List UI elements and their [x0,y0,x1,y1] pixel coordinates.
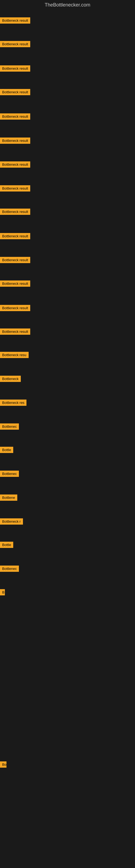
bottleneck-item-4: Bottleneck result [0,89,30,96]
bottleneck-item-24: Bottlenec [0,565,19,573]
bottleneck-item-21: Bottlene [0,495,17,502]
bottleneck-item-14: Bottleneck result [0,329,30,336]
bottleneck-badge-25[interactable]: B [0,589,5,595]
bottleneck-item-23: Bottle [0,542,13,549]
bottleneck-item-19: Bottle [0,447,13,454]
bottleneck-item-9: Bottleneck result [0,209,30,216]
bottleneck-badge-19[interactable]: Bottle [0,447,13,453]
bottleneck-item-6: Bottleneck result [0,137,30,145]
bottleneck-item-2: Bottleneck result [0,41,30,48]
bottleneck-item-17: Bottleneck res [0,400,27,407]
bottleneck-item-7: Bottleneck result [0,161,30,169]
bottleneck-badge-24[interactable]: Bottlenec [0,565,19,572]
bottleneck-badge-5[interactable]: Bottleneck result [0,113,30,120]
bottleneck-badge-9[interactable]: Bottleneck result [0,209,30,215]
bottleneck-badge-1[interactable]: Bottleneck result [0,18,30,24]
bottleneck-item-5: Bottleneck result [0,113,30,121]
site-title: TheBottlenecker.com [0,0,135,10]
bottleneck-item-22: Bottleneck r [0,518,23,526]
bottleneck-item-3: Bottleneck result [0,65,30,73]
bottleneck-item-1: Bottleneck result [0,18,30,25]
bottleneck-badge-4[interactable]: Bottleneck result [0,89,30,95]
bottleneck-item-11: Bottleneck result [0,257,30,264]
bottleneck-badge-18[interactable]: Bottlenec [0,424,19,430]
bottleneck-badge-23[interactable]: Bottle [0,542,13,548]
bottleneck-badge-16[interactable]: Bottleneck [0,376,21,382]
bottleneck-badge-17[interactable]: Bottleneck res [0,400,27,406]
bottleneck-item-10: Bottleneck result [0,233,30,240]
bottleneck-badge-7[interactable]: Bottleneck result [0,161,30,167]
bottleneck-badge-13[interactable]: Bottleneck result [0,305,30,311]
bottleneck-item-15: Bottleneck resu [0,352,29,359]
bottleneck-badge-3[interactable]: Bottleneck result [0,65,30,72]
bottleneck-item-8: Bottleneck result [0,185,30,193]
bottleneck-badge-10[interactable]: Bottleneck result [0,233,30,239]
bottleneck-item-18: Bottlenec [0,424,19,431]
bottleneck-item-16: Bottleneck [0,376,21,383]
bottleneck-item-25: B [0,589,5,596]
bottleneck-badge-22[interactable]: Bottleneck r [0,518,23,525]
bottleneck-badge-8[interactable]: Bottleneck result [0,185,30,191]
bottleneck-badge-11[interactable]: Bottleneck result [0,257,30,263]
bottleneck-badge-12[interactable]: Bottleneck result [0,280,30,287]
bottleneck-badge-2[interactable]: Bottleneck result [0,41,30,47]
bottleneck-badge-14[interactable]: Bottleneck result [0,329,30,335]
bottleneck-item-13: Bottleneck result [0,305,30,312]
bottleneck-item-20: Bottlenec [0,471,19,478]
bottleneck-badge-6[interactable]: Bottleneck result [0,137,30,144]
bottleneck-item-26: Bo [0,762,6,769]
bottleneck-badge-21[interactable]: Bottlene [0,495,17,501]
bottleneck-badge-20[interactable]: Bottlenec [0,471,19,477]
bottleneck-badge-26[interactable]: Bo [0,762,6,768]
bottleneck-item-12: Bottleneck result [0,280,30,288]
bottleneck-badge-15[interactable]: Bottleneck resu [0,352,29,358]
